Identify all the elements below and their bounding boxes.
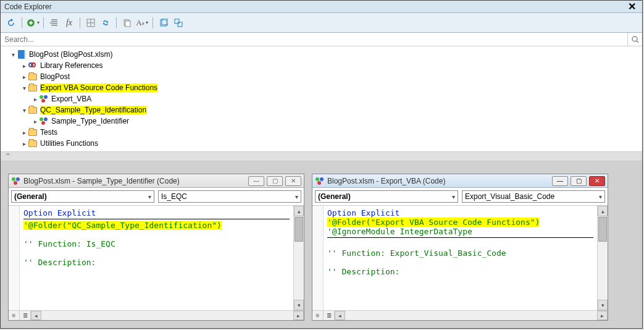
maximize-button[interactable]: ▢ <box>267 176 283 186</box>
tree-qc-folder[interactable]: ▾QC_Sample_Type_Identification <box>20 104 642 116</box>
procedure-combo[interactable]: Export_Visual_Basic_Code▾ <box>462 190 605 203</box>
font-button[interactable]: Aa▾ <box>135 16 149 30</box>
svg-rect-7 <box>178 22 182 27</box>
chevron-down-icon: ▾ <box>452 193 455 200</box>
maximize-button[interactable]: ▢ <box>571 176 587 186</box>
code-area: BlogPost.xlsm - Sample_Type_Identifier (… <box>1 161 642 328</box>
svg-rect-3 <box>125 21 130 27</box>
proc-view-button[interactable]: ≡ <box>312 311 324 320</box>
close-icon[interactable]: ✕ <box>625 1 638 12</box>
vertical-scrollbar[interactable]: ▴▾ <box>293 206 304 310</box>
code-explorer-title: Code Explorer <box>4 2 52 11</box>
gutter <box>9 206 20 310</box>
refresh-button[interactable] <box>4 16 18 30</box>
tree-root-label: BlogPost (BlogPost.xlsm) <box>29 50 112 59</box>
chevron-down-icon: ▾ <box>295 193 298 200</box>
code-editor[interactable]: Option Explicit '@Folder("QC_Sample_Type… <box>20 206 293 310</box>
code-window-title: BlogPost.xlsm - Export_VBA (Code) <box>327 177 550 185</box>
object-combo[interactable]: (General)▾ <box>315 190 458 203</box>
chevron-down-icon: ▾ <box>148 193 151 200</box>
tree-export-folder-label: Export VBA Source Code Functions <box>40 83 157 92</box>
search-row <box>1 33 642 46</box>
tree-libref-label: Library References <box>40 61 102 70</box>
svg-point-8 <box>632 36 637 41</box>
tree-export-vba-label: Export_VBA <box>51 95 91 103</box>
copy-button[interactable] <box>120 16 134 30</box>
full-view-button[interactable]: ≣ <box>20 311 31 320</box>
horizontal-scrollbar[interactable]: ◂▸ <box>335 311 608 320</box>
tree-panel[interactable]: ▾BlogPost (BlogPost.xlsm) ▸Library Refer… <box>1 46 642 151</box>
tree-export-folder[interactable]: ▾Export VBA Source Code Functions <box>20 82 642 93</box>
tree-export-vba[interactable]: ▸Export_VBA <box>31 93 642 104</box>
tree-tests-folder[interactable]: ▸Tests <box>20 127 642 138</box>
close-button[interactable]: ✕ <box>285 176 301 186</box>
horizontal-scrollbar[interactable]: ◂▸ <box>31 311 304 320</box>
collapse-button[interactable] <box>172 16 185 30</box>
tree-blogpost-label: BlogPost <box>40 72 70 81</box>
function-button[interactable]: fx <box>62 16 76 30</box>
tree-util-folder[interactable]: ▸Utilities Functions <box>20 138 642 149</box>
tree-qc-folder-label: QC_Sample_Type_Identification <box>40 106 146 114</box>
toolbar: ▾ fx Aa▾ <box>1 13 642 33</box>
expand-button[interactable] <box>157 16 170 30</box>
tree-util-label: Utilities Functions <box>40 139 98 148</box>
close-button[interactable]: ✕ <box>589 176 605 186</box>
splitter-bar[interactable]: ⌃ <box>1 151 642 161</box>
minimize-button[interactable]: — <box>248 176 264 186</box>
tree-root[interactable]: ▾BlogPost (BlogPost.xlsm) <box>9 49 642 60</box>
minimize-button[interactable]: — <box>552 176 568 186</box>
tree-blogpost-folder[interactable]: ▸BlogPost <box>20 71 642 82</box>
tree-library-references[interactable]: ▸Library References <box>20 60 642 71</box>
add-button[interactable]: ▾ <box>26 16 40 30</box>
code-window-title: BlogPost.xlsm - Sample_Type_Identifier (… <box>23 177 246 185</box>
proc-view-button[interactable]: ≡ <box>9 311 20 320</box>
full-view-button[interactable]: ≣ <box>324 311 335 320</box>
tree-sample-type-label: Sample_Type_Identifier <box>51 117 129 125</box>
chevron-up-icon[interactable]: ⌃ <box>1 151 12 161</box>
object-combo[interactable]: (General)▾ <box>11 190 154 203</box>
grid-button[interactable] <box>84 16 98 30</box>
procedure-combo[interactable]: Is_EQC▾ <box>158 190 301 203</box>
code-explorer-title-bar: Code Explorer ✕ <box>1 1 642 13</box>
sync-button[interactable] <box>99 16 112 30</box>
indent-button[interactable] <box>48 16 61 30</box>
chevron-down-icon: ▾ <box>599 193 602 200</box>
vertical-scrollbar[interactable]: ▴▾ <box>597 206 608 310</box>
code-window-export-vba[interactable]: BlogPost.xlsm - Export_VBA (Code) — ▢ ✕ … <box>312 174 608 321</box>
tree-tests-label: Tests <box>40 128 57 137</box>
code-window-sample-type[interactable]: BlogPost.xlsm - Sample_Type_Identifier (… <box>8 174 304 321</box>
svg-rect-6 <box>175 19 179 23</box>
gutter <box>312 206 324 310</box>
search-button[interactable] <box>627 33 642 46</box>
module-icon <box>11 176 21 186</box>
code-editor[interactable]: Option Explicit '@Folder("Export VBA Sou… <box>324 206 597 310</box>
tree-sample-type[interactable]: ▸Sample_Type_Identifier <box>31 116 642 127</box>
search-input[interactable] <box>1 33 627 46</box>
module-icon <box>315 176 325 186</box>
